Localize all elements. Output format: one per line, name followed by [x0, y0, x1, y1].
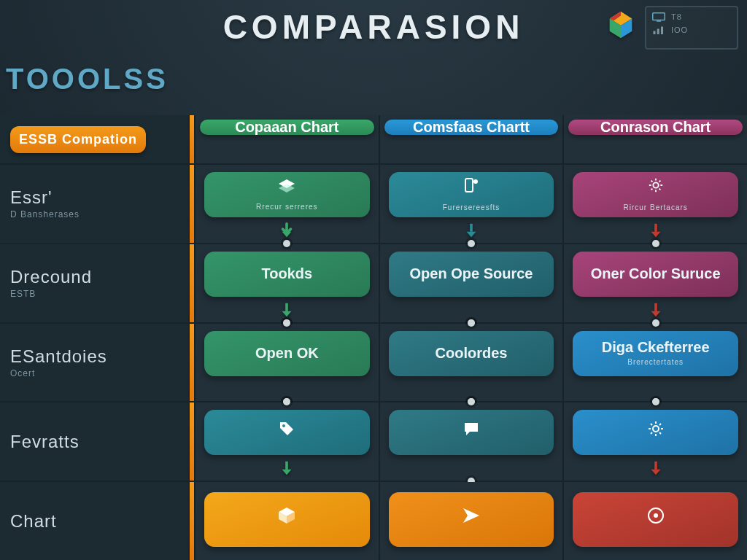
- cell-r3-c2: Coolordes: [380, 324, 563, 402]
- column-divider-bar: [190, 402, 194, 481]
- row-5-title: Chart: [10, 511, 188, 532]
- svg-marker-32: [463, 508, 479, 523]
- gear-icon: [647, 420, 665, 441]
- column-divider-bar: [190, 115, 194, 163]
- card-r2-c1-label: Tookds: [262, 266, 313, 282]
- cell-r4-c2: [380, 402, 563, 481]
- gear-icon: [648, 177, 664, 197]
- status-line-1: T8: [671, 12, 682, 21]
- comparison-chart: ESSB Compation Copaaan Chart Comsfaas Ch…: [0, 115, 747, 560]
- cell-r4-c3: [564, 402, 747, 481]
- svg-marker-27: [651, 470, 660, 475]
- connector-dot-icon: [283, 319, 290, 327]
- tag-icon: [278, 420, 295, 441]
- row-4-title: Fevratts: [10, 432, 188, 452]
- card-r2-c2-label: Open Ope Source: [410, 266, 533, 282]
- send-icon: [462, 507, 481, 528]
- arrow-down-icon: [648, 302, 664, 318]
- card-r3-c1: Open OK: [204, 331, 370, 376]
- svg-rect-20: [285, 303, 288, 311]
- page-subtitle: TOOOLSS: [0, 63, 196, 96]
- card-r5-c1: [204, 492, 370, 547]
- connector-dot-icon: [468, 319, 475, 327]
- svg-marker-14: [467, 232, 476, 237]
- row-2-title: Drecound: [10, 267, 188, 287]
- row-label-1: Essr' D Bansherases: [0, 165, 188, 243]
- svg-rect-22: [654, 303, 657, 311]
- card-r4-c2: [389, 410, 554, 455]
- svg-point-26: [653, 426, 659, 432]
- svg-marker-17: [651, 232, 660, 237]
- card-r1-c3-sub: Rircur Bertacars: [624, 204, 688, 212]
- arrow-down-icon: [279, 302, 295, 318]
- svg-point-34: [654, 513, 658, 518]
- cell-r5-c3: [564, 482, 747, 560]
- row-header-pill: ESSB Compation: [10, 126, 146, 153]
- row-3-title: ESantdoies: [10, 346, 188, 367]
- card-r2-c1: Tookds: [204, 252, 370, 297]
- card-r3-c1-label: Open OK: [255, 346, 319, 362]
- column-divider-bar: [190, 324, 194, 402]
- cell-r2-c3: Oner Color Suruce: [564, 244, 747, 322]
- connector-dot-icon: [468, 398, 475, 405]
- svg-rect-6: [654, 31, 656, 34]
- card-r1-c2: Furersereesfts: [389, 172, 554, 217]
- row-1-title: Essr': [10, 187, 188, 208]
- arrow-down-icon: [648, 460, 664, 476]
- connector-dot-icon: [652, 319, 659, 327]
- svg-rect-12: [465, 179, 473, 192]
- col-header-1: Copaaan Chart: [200, 120, 374, 135]
- card-r3-c3-sub: Brerectertates: [627, 359, 684, 367]
- cell-r2-c1: Tookds: [196, 244, 379, 322]
- chat-icon: [462, 421, 480, 440]
- svg-rect-15: [470, 224, 473, 232]
- monitor-icon: [652, 12, 665, 22]
- card-r5-c3: [573, 492, 738, 547]
- svg-rect-25: [285, 462, 288, 470]
- svg-rect-7: [657, 28, 659, 34]
- svg-rect-28: [654, 462, 657, 470]
- card-r2-c3-label: Oner Color Suruce: [591, 266, 721, 282]
- row-1-sub: D Bansherases: [10, 209, 188, 219]
- arrow-down-icon: [279, 460, 295, 476]
- card-r3-c2: Coolordes: [389, 331, 554, 376]
- col-header-2: Comsfaas Chartt: [384, 120, 559, 135]
- layers-icon: [277, 178, 296, 196]
- arrow-down-icon: [463, 222, 479, 238]
- column-divider-bar: [190, 165, 194, 243]
- bars-icon: [652, 25, 665, 35]
- svg-marker-24: [282, 470, 292, 475]
- cell-r1-c3: Rircur Bertacars: [564, 165, 747, 243]
- svg-rect-4: [653, 12, 665, 20]
- connector-dot-icon: [283, 240, 290, 247]
- col-header-3-host: Conrason Chart: [564, 115, 747, 163]
- svg-marker-21: [651, 311, 660, 316]
- cell-r4-c1: [196, 402, 379, 481]
- row-label-5: Chart: [0, 482, 188, 560]
- cell-r5-c2: [380, 482, 563, 560]
- svg-rect-5: [657, 20, 661, 22]
- cell-r2-c2: Open Ope Source: [380, 244, 563, 322]
- cell-r1-c1: Rrecur serreres: [196, 165, 379, 243]
- svg-point-23: [282, 424, 285, 427]
- card-r1-c2-sub: Furersereesfts: [443, 204, 500, 212]
- card-r3-c3: Diga Ckefterree Brerectertates: [573, 331, 738, 376]
- cube-icon: [277, 506, 296, 529]
- cell-r3-c1: Open OK: [196, 324, 379, 402]
- row-label-4: Fevratts: [0, 402, 188, 481]
- cell-r1-c2: Furersereesfts: [380, 165, 563, 243]
- row-label-2: Drecound ESTB: [0, 244, 188, 322]
- connector-dot-icon: [652, 240, 659, 247]
- card-r3-c3-label: Diga Ckefterree: [602, 340, 710, 356]
- col-header-2-host: Comsfaas Chartt: [380, 115, 563, 163]
- column-divider-bar: [190, 244, 194, 322]
- row-3-sub: Ocert: [10, 368, 188, 378]
- svg-marker-10: [279, 184, 295, 192]
- arrow-down-icon: [648, 222, 664, 238]
- svg-point-16: [653, 183, 658, 188]
- svg-marker-11: [282, 232, 292, 237]
- cell-r3-c3: Diga Ckefterree Brerectertates: [564, 324, 747, 402]
- alert-icon: [646, 506, 665, 529]
- card-r2-c2: Open Ope Source: [389, 252, 554, 297]
- cell-r5-c1: [196, 482, 379, 560]
